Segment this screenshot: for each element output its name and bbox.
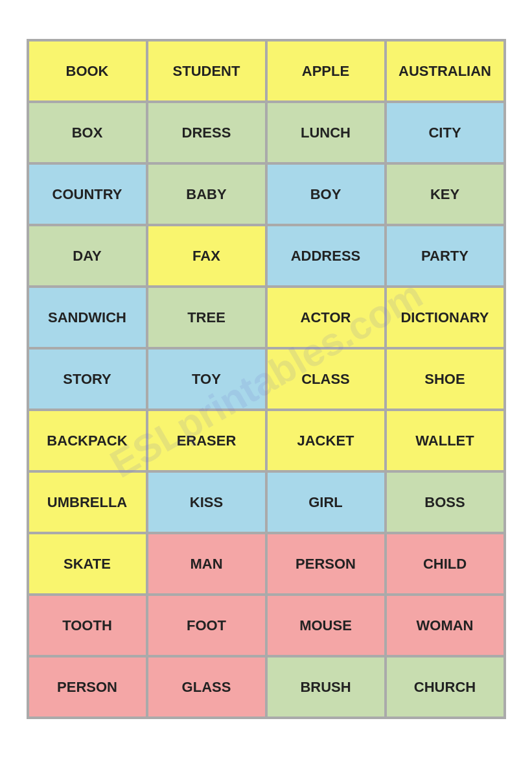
list-item: BOX: [28, 102, 147, 163]
list-item: COUNTRY: [28, 163, 147, 225]
word-grid: BOOKSTUDENTAPPLEAUSTRALIANBOXDRESSLUNCHC…: [27, 39, 506, 719]
table-row: TOOTHFOOTMOUSEWOMAN: [28, 595, 505, 656]
list-item: BACKPACK: [28, 410, 147, 471]
list-item: SANDWICH: [28, 287, 147, 348]
table-row: BACKPACKERASERJACKETWALLET: [28, 410, 505, 471]
table-row: DAYFAXADDRESSPARTY: [28, 225, 505, 287]
list-item: FOOT: [147, 595, 266, 656]
list-item: BOOK: [28, 40, 147, 102]
list-item: MAN: [147, 533, 266, 595]
list-item: FAX: [147, 225, 266, 287]
list-item: LUNCH: [266, 102, 386, 163]
table-row: BOOKSTUDENTAPPLEAUSTRALIAN: [28, 40, 505, 102]
list-item: CHILD: [386, 533, 505, 595]
table-row: BOXDRESSLUNCHCITY: [28, 102, 505, 163]
list-item: APPLE: [266, 40, 386, 102]
table-row: STORYTOYCLASSSHOE: [28, 348, 505, 410]
list-item: GLASS: [147, 656, 266, 718]
list-item: DAY: [28, 225, 147, 287]
list-item: CLASS: [266, 348, 386, 410]
list-item: GIRL: [266, 471, 386, 533]
table-row: UMBRELLAKISSGIRLBOSS: [28, 471, 505, 533]
list-item: KISS: [147, 471, 266, 533]
list-item: CITY: [386, 102, 505, 163]
list-item: BOY: [266, 163, 386, 225]
list-item: UMBRELLA: [28, 471, 147, 533]
list-item: ACTOR: [266, 287, 386, 348]
table-row: COUNTRYBABYBOYKEY: [28, 163, 505, 225]
list-item: SKATE: [28, 533, 147, 595]
list-item: PARTY: [386, 225, 505, 287]
list-item: BABY: [147, 163, 266, 225]
list-item: CHURCH: [386, 656, 505, 718]
list-item: MOUSE: [266, 595, 386, 656]
list-item: STORY: [28, 348, 147, 410]
list-item: BRUSH: [266, 656, 386, 718]
table-row: SKATEMANPERSONCHILD: [28, 533, 505, 595]
list-item: ERASER: [147, 410, 266, 471]
list-item: SHOE: [386, 348, 505, 410]
list-item: PERSON: [266, 533, 386, 595]
table-row: PERSONGLASSBRUSHCHURCH: [28, 656, 505, 718]
list-item: WOMAN: [386, 595, 505, 656]
list-item: KEY: [386, 163, 505, 225]
list-item: TREE: [147, 287, 266, 348]
list-item: BOSS: [386, 471, 505, 533]
list-item: PERSON: [28, 656, 147, 718]
table-row: SANDWICHTREEACTORDICTIONARY: [28, 287, 505, 348]
list-item: ADDRESS: [266, 225, 386, 287]
list-item: DICTIONARY: [386, 287, 505, 348]
list-item: STUDENT: [147, 40, 266, 102]
list-item: AUSTRALIAN: [386, 40, 505, 102]
list-item: DRESS: [147, 102, 266, 163]
list-item: JACKET: [266, 410, 386, 471]
list-item: TOOTH: [28, 595, 147, 656]
list-item: TOY: [147, 348, 266, 410]
list-item: WALLET: [386, 410, 505, 471]
